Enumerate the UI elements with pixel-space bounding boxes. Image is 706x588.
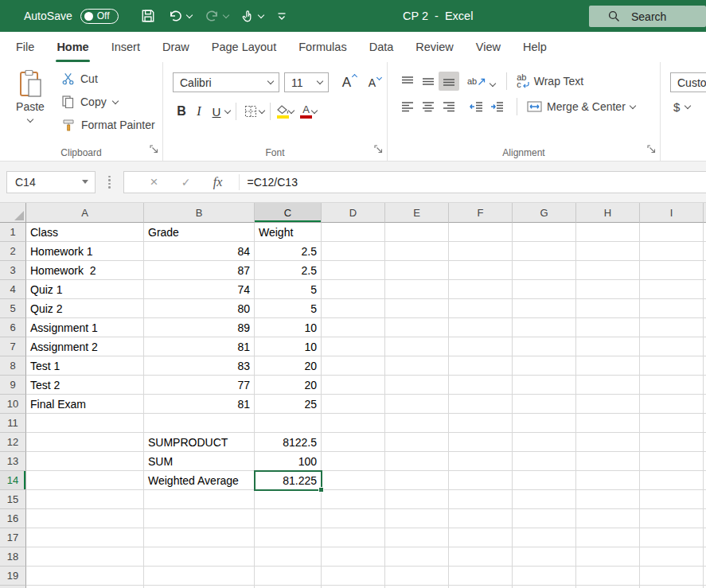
underline-button[interactable]: U — [208, 102, 225, 121]
cell-B14[interactable]: Weighted Average — [144, 471, 255, 490]
cell-H19[interactable] — [576, 567, 640, 586]
cell-F16[interactable] — [449, 509, 513, 528]
cell-F10[interactable] — [449, 395, 513, 414]
cell-I12[interactable] — [640, 433, 704, 452]
cell-B16[interactable] — [144, 509, 255, 528]
column-header-D[interactable]: D — [322, 203, 385, 223]
undo-button[interactable] — [163, 6, 197, 26]
cell-I8[interactable] — [640, 356, 704, 376]
row-header-7[interactable]: 7 — [0, 337, 26, 356]
cell-A15[interactable] — [26, 490, 144, 509]
cell-C10[interactable]: 25 — [255, 395, 322, 414]
column-header-H[interactable]: H — [576, 203, 640, 223]
cell-F13[interactable] — [449, 452, 513, 471]
cell-B13[interactable]: SUM — [144, 452, 255, 471]
tab-data[interactable]: Data — [358, 32, 405, 62]
cell-H12[interactable] — [576, 433, 640, 452]
autosave-toggle[interactable]: Off — [80, 9, 119, 24]
cell-B19[interactable] — [144, 567, 255, 586]
cell-A4[interactable]: Quiz 1 — [26, 280, 144, 299]
number-format-combobox[interactable]: Custom — [670, 72, 706, 92]
cell-G16[interactable] — [513, 509, 576, 528]
row-header-17[interactable]: 17 — [0, 528, 26, 547]
paste-button[interactable]: Paste — [8, 69, 53, 134]
cell-G19[interactable] — [513, 567, 576, 586]
cell-C12[interactable]: 8122.5 — [255, 433, 322, 452]
cell-I18[interactable] — [640, 547, 704, 567]
name-box[interactable]: C14 — [6, 171, 96, 193]
cell-F1[interactable] — [449, 223, 513, 242]
cut-button[interactable]: Cut — [62, 70, 155, 88]
cell-I14[interactable] — [640, 471, 704, 490]
cell-I5[interactable] — [640, 299, 704, 318]
cell-G12[interactable] — [513, 433, 576, 452]
row-header-8[interactable]: 8 — [0, 356, 26, 376]
cell-F5[interactable] — [449, 299, 513, 318]
cell-H15[interactable] — [576, 490, 640, 509]
cell-E3[interactable] — [385, 261, 449, 280]
cell-A6[interactable]: Assignment 1 — [26, 318, 144, 337]
cell-B8[interactable]: 83 — [144, 356, 255, 376]
cell-I4[interactable] — [640, 280, 704, 299]
cell-I7[interactable] — [640, 337, 704, 356]
redo-button[interactable] — [200, 6, 233, 26]
insert-function-button[interactable]: fx — [202, 175, 234, 189]
cell-D17[interactable] — [322, 528, 385, 547]
cell-C9[interactable]: 20 — [255, 376, 322, 395]
cell-E13[interactable] — [385, 452, 449, 471]
cell-A8[interactable]: Test 1 — [26, 356, 144, 376]
cell-G1[interactable] — [513, 223, 576, 242]
row-header-3[interactable]: 3 — [0, 261, 26, 280]
cell-E4[interactable] — [385, 280, 449, 299]
cell-E9[interactable] — [385, 376, 449, 395]
cell-C13[interactable]: 100 — [255, 452, 322, 471]
cell-B5[interactable]: 80 — [144, 299, 255, 318]
orientation-dropdown-chevron-icon[interactable] — [490, 80, 496, 87]
cell-H10[interactable] — [576, 395, 640, 414]
cell-D16[interactable] — [322, 509, 385, 528]
cell-F9[interactable] — [449, 376, 513, 395]
cell-H16[interactable] — [576, 509, 640, 528]
cell-H3[interactable] — [576, 261, 640, 280]
row-header-14[interactable]: 14 — [0, 471, 26, 490]
middle-align-button[interactable] — [418, 72, 439, 91]
search-box[interactable]: Search — [589, 6, 706, 27]
cell-H11[interactable] — [576, 414, 640, 433]
cell-G4[interactable] — [513, 280, 576, 299]
cell-E17[interactable] — [385, 528, 449, 547]
fill-color-dropdown-chevron-icon[interactable] — [288, 107, 294, 113]
cell-B7[interactable]: 81 — [144, 337, 255, 356]
cell-A12[interactable] — [26, 433, 144, 452]
cell-I15[interactable] — [640, 490, 704, 509]
cell-G9[interactable] — [513, 376, 576, 395]
borders-button[interactable] — [242, 102, 259, 121]
cell-E7[interactable] — [385, 337, 449, 356]
cell-H4[interactable] — [576, 280, 640, 299]
cell-D5[interactable] — [322, 299, 385, 318]
cell-A18[interactable] — [26, 547, 144, 567]
cell-F3[interactable] — [449, 261, 513, 280]
cell-B17[interactable] — [144, 528, 255, 547]
accounting-format-button[interactable]: $ — [673, 100, 706, 114]
column-header-C[interactable]: C — [255, 203, 322, 223]
italic-button[interactable]: I — [190, 102, 208, 121]
cell-D3[interactable] — [322, 261, 385, 280]
cell-H17[interactable] — [576, 528, 640, 547]
cell-C1[interactable]: Weight — [255, 223, 322, 242]
alignment-dialog-launcher[interactable] — [647, 142, 656, 157]
tab-file[interactable]: File — [5, 32, 45, 62]
cell-F2[interactable] — [449, 242, 513, 261]
bold-button[interactable]: B — [173, 102, 190, 121]
row-header-4[interactable]: 4 — [0, 280, 26, 299]
cell-H14[interactable] — [576, 471, 640, 490]
cell-G15[interactable] — [513, 490, 576, 509]
cell-E18[interactable] — [385, 547, 449, 567]
tab-page-layout[interactable]: Page Layout — [201, 32, 287, 62]
name-box-dropdown-icon[interactable] — [82, 180, 88, 184]
row-header-13[interactable]: 13 — [0, 452, 26, 471]
cell-B15[interactable] — [144, 490, 255, 509]
column-header-B[interactable]: B — [144, 203, 255, 223]
cell-H7[interactable] — [576, 337, 640, 356]
cell-H1[interactable] — [576, 223, 640, 242]
cell-H5[interactable] — [576, 299, 640, 318]
